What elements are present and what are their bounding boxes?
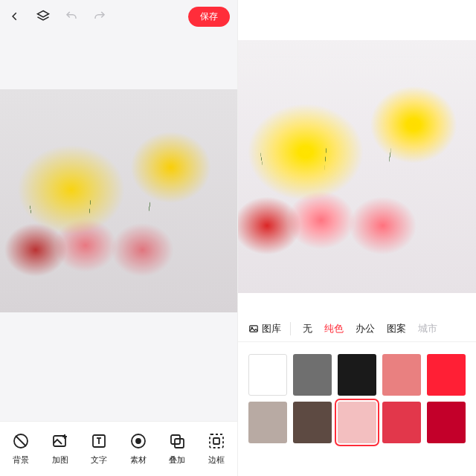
canvas[interactable] — [0, 89, 237, 312]
tool-assets[interactable]: 素材 — [119, 431, 158, 466]
tool-overlay[interactable]: 叠加 — [158, 431, 197, 466]
color-swatch[interactable] — [338, 402, 376, 443]
category-city[interactable]: 城市 — [418, 322, 437, 335]
color-swatch[interactable] — [427, 402, 466, 443]
preview — [238, 40, 476, 293]
tool-label: 背景 — [13, 454, 29, 466]
undo-icon[interactable] — [64, 9, 79, 24]
color-swatch[interactable] — [248, 354, 287, 396]
tool-text[interactable]: 文字 — [80, 431, 119, 466]
open-library[interactable]: 图库 — [248, 322, 291, 335]
svg-marker-0 — [38, 11, 49, 17]
background-icon — [11, 431, 30, 451]
svg-rect-11 — [250, 325, 258, 331]
tool-label: 叠加 — [169, 454, 185, 466]
layers-icon[interactable] — [36, 9, 51, 24]
background-picker-pane: 图库 无 纯色 办公 图案 城市 — [238, 0, 476, 476]
library-label: 图库 — [262, 322, 281, 335]
category-office[interactable]: 办公 — [356, 322, 375, 335]
tool-label: 素材 — [130, 454, 147, 466]
color-swatch[interactable] — [382, 402, 421, 443]
frame-icon — [207, 431, 226, 451]
add-image-icon — [51, 431, 70, 451]
tool-add-image[interactable]: 加图 — [41, 431, 80, 466]
category-solid[interactable]: 纯色 — [324, 322, 344, 335]
color-swatch[interactable] — [248, 402, 287, 443]
color-swatch[interactable] — [427, 354, 466, 396]
category-pattern[interactable]: 图案 — [387, 322, 406, 335]
tool-bar: 背景 加图 文字 素材 叠加 — [0, 421, 237, 476]
overlay-icon — [167, 431, 187, 451]
redo-icon[interactable] — [92, 9, 107, 24]
back-icon[interactable] — [7, 9, 22, 24]
svg-rect-9 — [210, 434, 223, 448]
photo-preview — [0, 89, 237, 312]
color-swatch[interactable] — [382, 354, 421, 396]
top-bar: 保存 — [0, 0, 237, 33]
tool-background[interactable]: 背景 — [1, 431, 41, 466]
library-icon — [248, 324, 259, 334]
svg-rect-10 — [213, 438, 219, 444]
svg-line-2 — [16, 436, 26, 446]
save-button[interactable]: 保存 — [188, 7, 230, 27]
asset-icon — [129, 431, 148, 451]
photo-preview — [238, 40, 476, 293]
tool-label: 边框 — [208, 454, 225, 466]
text-icon — [89, 431, 109, 451]
editor-pane: 保存 背景 加图 文字 素材 — [0, 0, 238, 476]
tool-label: 加图 — [52, 454, 68, 466]
swatch-grid — [238, 347, 476, 476]
category-none[interactable]: 无 — [303, 322, 312, 335]
tool-label: 文字 — [91, 454, 107, 466]
category-row: 图库 无 纯色 办公 图案 城市 — [238, 315, 476, 342]
color-swatch[interactable] — [293, 354, 332, 396]
tool-frame[interactable]: 边框 — [197, 431, 237, 466]
color-swatch[interactable] — [293, 402, 332, 443]
svg-point-6 — [136, 439, 141, 443]
color-swatch[interactable] — [338, 354, 376, 396]
